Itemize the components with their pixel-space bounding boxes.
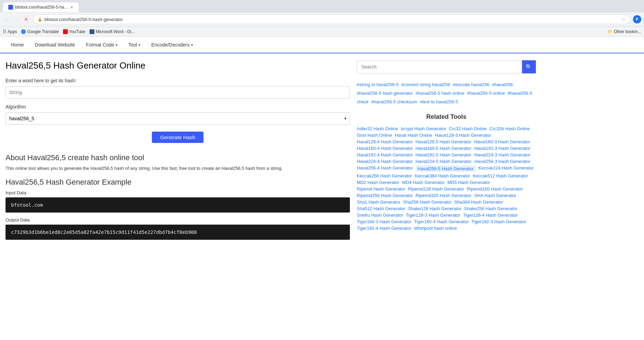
bookmark-youtube[interactable]: YouTube (63, 29, 85, 34)
related-tool-link[interactable]: Crc32 Hash Online (449, 126, 487, 131)
forward-button[interactable]: → (12, 15, 21, 23)
related-tool-link[interactable]: Haval Hash Online (395, 133, 432, 138)
related-tool-link[interactable]: Haval160-5 Hash Generator (416, 146, 472, 151)
related-tool-link[interactable]: Haval192-3 Hash Generator (474, 146, 530, 151)
related-tool-link[interactable]: Haval224-4 Hash Generator (357, 159, 413, 164)
address-text: bfotool.com/haval256-5-hash-generator (44, 17, 619, 22)
nav-encode-decoders[interactable]: Encode/Decoders ▾ (146, 37, 198, 53)
tag-link[interactable]: #encode haval256 (453, 82, 489, 87)
back-button[interactable]: ← (3, 15, 11, 23)
tag-link[interactable]: #haval256-5 online (467, 91, 505, 96)
nav-tool-label: Tool (128, 42, 137, 48)
search-button[interactable]: 🔍 (522, 60, 536, 73)
nav-home[interactable]: Home (6, 37, 29, 53)
tag-link[interactable]: #string to haval256-5 (357, 82, 398, 87)
related-tool-link[interactable]: Ripemd128 Hash Generator (408, 186, 464, 192)
address-bar-row: ← → ✕ 🔒 bfotool.com/haval256-5-hash-gene… (0, 12, 644, 26)
related-tool-link[interactable]: Snefru Hash Generator (357, 213, 403, 218)
related-tool-link[interactable]: Tiger192-3 Hash Generator (471, 219, 526, 224)
related-tools-section: Related Tools Adler32 Hash Onlinebcrypt … (357, 113, 536, 231)
star-icon[interactable]: ☆ (621, 17, 626, 22)
active-tab[interactable]: bfotool.com/haval256-5-hash-generator ✕ (3, 2, 79, 12)
search-box-wrapper: 🔍 (357, 60, 536, 73)
related-tool-link[interactable]: Ripemd160 Hash Generator (467, 186, 523, 192)
related-tool-link[interactable]: Ripemd320 Hash Generator (416, 193, 472, 198)
bookmark-google-translate[interactable]: Google Translate (21, 29, 59, 34)
related-tool-link[interactable]: Crc32b Hash Online (489, 126, 530, 131)
main-layout: Haval256,5 Hash Generator Online Enter a… (0, 53, 644, 251)
lock-icon: 🔒 (38, 17, 42, 22)
about-title: About Haval256,5 create hash online tool (6, 153, 350, 162)
related-tool-link[interactable]: MD2 Hash Generator (357, 180, 399, 185)
form-label: Enter a word here to get its hash: (6, 78, 350, 83)
bookmark-ms-word[interactable]: Microsoft Word - Gi... (90, 29, 135, 34)
profile-icon[interactable]: P (633, 15, 641, 23)
format-code-dropdown-arrow: ▾ (116, 43, 117, 47)
related-tool-link[interactable]: Shake256 Hash Generator (464, 206, 518, 211)
related-tool-link[interactable]: bcrypt Hash Generator (401, 126, 446, 131)
related-tool-link[interactable]: Adler32 Hash Online (357, 126, 398, 131)
related-tool-link[interactable]: Tiger128-3 Hash Generator (406, 213, 460, 218)
tag-link[interactable]: #convert string haval256 (401, 82, 450, 87)
tag-link[interactable]: #haval256-5 hash online (416, 91, 465, 96)
address-bar[interactable]: 🔒 bfotool.com/haval256-5-hash-generator … (33, 14, 630, 24)
related-tool-link[interactable]: Haval128-3 Hash Generator (435, 133, 491, 138)
related-tool-link[interactable]: Sha384 Hash Generator (454, 199, 503, 205)
related-tool-link[interactable]: SHA Hash Generator (474, 193, 516, 198)
related-tool-link[interactable]: Haval256-5 Hash Generator (416, 165, 476, 172)
related-tool-link[interactable]: Haval160-4 Hash Generator (357, 146, 413, 151)
related-tool-link[interactable]: MD5 Hash Generator (447, 180, 490, 185)
tag-link[interactable]: #haval256-5 checksum (371, 99, 417, 104)
algorithm-select-wrapper: haval256_5 ▾ (6, 112, 350, 125)
about-desc: This online tool allows you to generate … (6, 166, 350, 171)
other-bookmarks[interactable]: 📁 Other bookm... (607, 29, 641, 34)
generate-hash-button[interactable]: Generate Hash (152, 132, 204, 143)
string-input[interactable] (6, 86, 350, 99)
content-area: Haval256,5 Hash Generator Online Enter a… (6, 60, 350, 245)
related-tool-link[interactable]: Haval224-5 Hash Generator (416, 159, 472, 164)
related-tool-link[interactable]: Haval128-4 Hash Generator (357, 139, 413, 144)
related-tool-link[interactable]: Keccak256 Hash Generator (357, 173, 412, 178)
youtube-favicon (63, 29, 68, 34)
related-tool-link[interactable]: Ripemd256 Hash Generator (357, 193, 413, 198)
related-tool-link[interactable]: Ripemd Hash Generator (357, 186, 405, 192)
related-tool-link[interactable]: Keccak512 Hash Generator (473, 173, 528, 178)
related-tool-link[interactable]: MD4 Hash Generator (402, 180, 445, 185)
related-tool-link[interactable]: Tiger160-4 Hash Generator (414, 219, 469, 224)
related-tool-link[interactable]: Tiger160-3 Hash Generator (357, 219, 412, 224)
related-tool-link[interactable]: Whirlpool hash online (414, 226, 457, 231)
output-example-block: c7329b3d1b6be1ed8c2e05d5a82fa42e7b15c9d1… (6, 225, 350, 240)
encode-dropdown-arrow: ▾ (191, 43, 193, 47)
related-tool-link[interactable]: Sha1 Hash Generator (357, 199, 400, 205)
related-tool-link[interactable]: Shake128 Hash Generator (408, 206, 461, 211)
related-tool-link[interactable]: Keccak384 Hash Generator (415, 173, 470, 178)
related-tool-link[interactable]: Gost Hash Online (357, 133, 392, 138)
hash-form: Enter a word here to get its hash: Algor… (6, 78, 350, 143)
related-tool-link[interactable]: Tiger128-4 Hash Generator (463, 213, 518, 218)
sidebar: 🔍 #string to haval256-5 #convert string … (357, 60, 536, 245)
related-tool-link[interactable]: Haval128,5 Hash Generator (416, 139, 471, 144)
input-data-label: Input Data (6, 190, 350, 195)
tag-link[interactable]: #haval256-5 hash generator (357, 91, 413, 96)
related-tool-link[interactable]: Sha256 Hash Generator (403, 199, 451, 205)
nav-tool[interactable]: Tool ▾ (123, 37, 146, 53)
tag-link[interactable]: #text to haval256-5 (420, 99, 458, 104)
search-input[interactable] (357, 60, 522, 73)
related-tool-link[interactable]: Tiger192-4 Hash Generator (357, 226, 412, 231)
related-tool-link[interactable]: Keccak224 Hash Generator (478, 165, 533, 172)
bookmark-apps[interactable]: ⠿ Apps (3, 29, 17, 34)
related-tool-link[interactable]: Haval256-4 Hash Generator (357, 165, 413, 172)
nav-format-code[interactable]: Format Code ▾ (81, 37, 123, 53)
related-tool-link[interactable]: Sha512 Hash Generator (357, 206, 405, 211)
related-tool-link[interactable]: Haval192-4 Hash Generator (357, 152, 413, 157)
close-tab-icon[interactable]: ✕ (70, 6, 73, 9)
algorithm-label: Algorithm (6, 104, 350, 110)
close-button[interactable]: ✕ (22, 15, 30, 23)
tag-link[interactable]: #haval256 (492, 82, 513, 87)
related-tool-link[interactable]: Haval160-3 Hash Generator (474, 139, 530, 144)
algorithm-select[interactable]: haval256_5 (6, 112, 350, 125)
related-tool-link[interactable]: Haval256-3 Hash Generator (474, 159, 530, 164)
related-tool-link[interactable]: Haval224-3 Hash Generator (474, 152, 530, 157)
nav-download-website[interactable]: Download Website (29, 37, 80, 53)
related-tool-link[interactable]: Haval192-5 Hash Generator (416, 152, 472, 157)
